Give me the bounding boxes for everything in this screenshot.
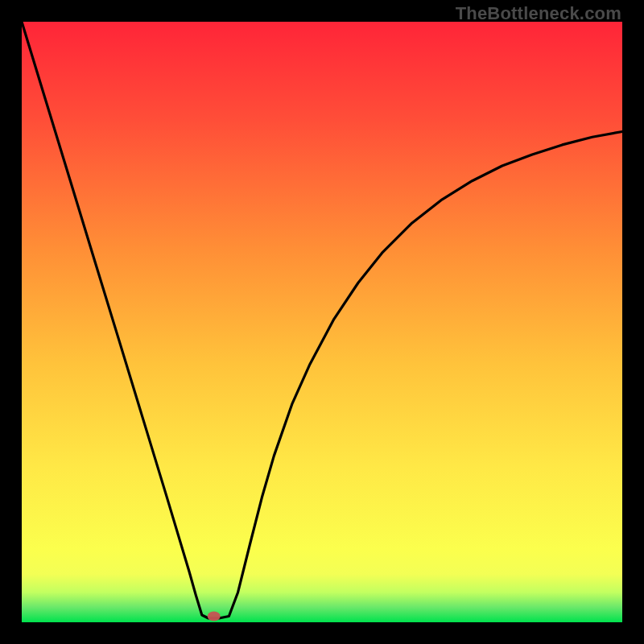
plot-frame: TheBottleneck.com [0,0,644,644]
watermark-text: TheBottleneck.com [456,3,621,24]
chart-root: { "watermark": "TheBottleneck.com", "col… [0,0,644,644]
plot-background-gradient [22,22,622,622]
